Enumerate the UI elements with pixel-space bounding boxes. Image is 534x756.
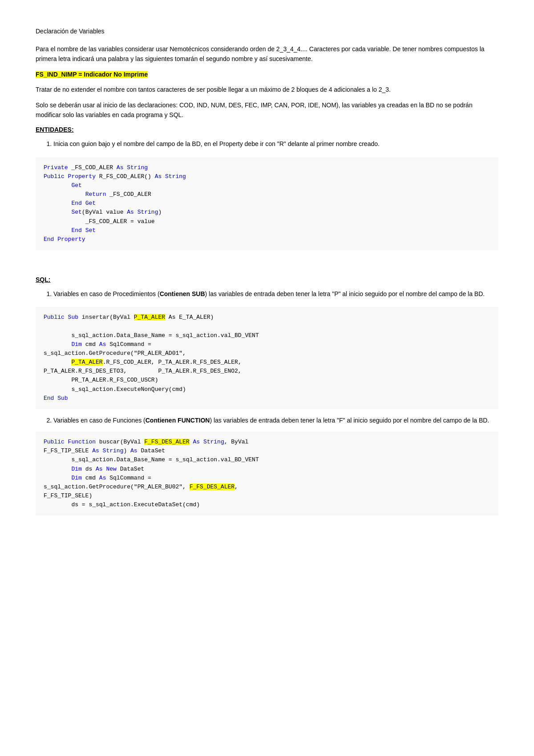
sql-item-1: Variables en caso de Procedimientos (Con…: [53, 289, 498, 299]
title-text: Declaración de Variables: [36, 28, 105, 35]
entidades-section: ENTIDADES: Inicia con guion bajo y el no…: [36, 125, 498, 149]
sql-list-2: Variables en caso de Funciones (Contiene…: [53, 415, 498, 425]
section-title: Declaración de Variables: [36, 27, 498, 36]
page-container: Declaración de Variables Para el nombre …: [36, 27, 498, 516]
code-block-2: Public Sub insertar(ByVal P_TA_ALER As E…: [36, 307, 498, 409]
sql-item-2: Variables en caso de Funciones (Contiene…: [53, 415, 498, 425]
intro-paragraph-1: Para el nombre de las variables consider…: [36, 44, 498, 64]
highlight-line: FS_IND_NIMP = Indicador No Imprime: [36, 69, 498, 79]
sql-list: Variables en caso de Procedimientos (Con…: [53, 289, 498, 299]
highlight-example: FS_IND_NIMP = Indicador No Imprime: [36, 71, 148, 78]
code-block-3: Public Function buscar(ByVal F_FS_DES_AL…: [36, 431, 498, 516]
entidades-title: ENTIDADES:: [36, 125, 498, 134]
intro-paragraph-3: Solo se deberán usar al inicio de las de…: [36, 100, 498, 120]
sql-section: SQL: Variables en caso de Procedimientos…: [36, 275, 498, 299]
sql-title: SQL:: [36, 275, 498, 285]
intro-paragraph-2: Tratar de no extender el nombre con tant…: [36, 85, 498, 94]
entidades-item-1: Inicia con guion bajo y el nombre del ca…: [53, 139, 498, 149]
entidades-list: Inicia con guion bajo y el nombre del ca…: [53, 139, 498, 149]
code-block-1: Private _FS_COD_ALER As String Public Pr…: [36, 157, 498, 250]
